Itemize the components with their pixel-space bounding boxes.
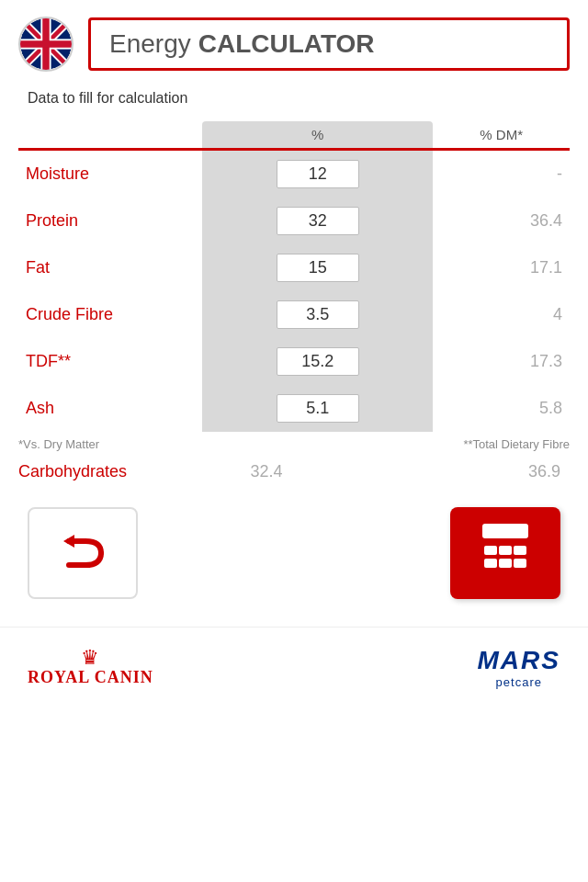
table-row: Fat17.1	[18, 244, 570, 291]
row-dm-value: 5.8	[433, 385, 570, 432]
carbohydrates-row: Carbohydrates 32.4 36.9	[0, 458, 588, 494]
app-header: Energy CALCULATOR	[0, 0, 588, 81]
row-pct-cell[interactable]	[202, 291, 433, 338]
svg-rect-12	[482, 524, 528, 538]
data-table-wrapper: % % DM* Moisture-Protein36.4Fat17.1Crude…	[0, 121, 588, 432]
svg-rect-17	[499, 559, 512, 568]
row-pct-cell[interactable]	[202, 198, 433, 244]
vs-dry-note: *Vs. Dry Matter	[18, 437, 99, 451]
row-pct-cell[interactable]	[202, 338, 433, 385]
svg-rect-13	[484, 546, 497, 555]
carb-label: Carbohydrates	[18, 462, 202, 481]
table-row: TDF**17.3	[18, 338, 570, 385]
action-buttons	[0, 494, 588, 617]
mars-sub-text: petcare	[496, 675, 542, 689]
back-arrow-icon	[51, 530, 115, 576]
table-row: Crude Fibre4	[18, 291, 570, 338]
tdf-note: **Total Dietary Fibre	[463, 437, 570, 451]
row-label: Crude Fibre	[18, 291, 202, 338]
dm-col-header: % DM*	[433, 121, 570, 148]
pct-input[interactable]	[277, 300, 359, 329]
svg-rect-14	[499, 546, 512, 555]
svg-rect-18	[514, 559, 526, 568]
calculator-icon	[473, 516, 537, 590]
pct-col-header: %	[202, 121, 433, 148]
table-row: Protein36.4	[18, 198, 570, 244]
royal-canin-logo: ♛ ROYAL CANIN	[28, 648, 153, 687]
svg-rect-16	[484, 559, 497, 568]
table-header-row: % % DM*	[18, 121, 570, 148]
subtitle: Data to fill for calculation	[0, 81, 588, 121]
row-pct-cell[interactable]	[202, 385, 433, 432]
row-dm-value: -	[433, 151, 570, 198]
back-button[interactable]	[28, 507, 138, 599]
row-label: Ash	[18, 385, 202, 432]
footer-logos: ♛ ROYAL CANIN MARS petcare	[0, 627, 588, 707]
row-dm-value: 36.4	[433, 198, 570, 244]
row-pct-cell[interactable]	[202, 244, 433, 291]
mars-text: MARS	[478, 646, 560, 675]
table-row: Ash5.8	[18, 385, 570, 432]
flag-icon	[18, 17, 74, 72]
label-col-header	[18, 121, 202, 148]
title-calculator: CALCULATOR	[198, 29, 375, 59]
row-label: Fat	[18, 244, 202, 291]
pct-input[interactable]	[277, 347, 359, 376]
row-dm-value: 17.3	[433, 338, 570, 385]
row-dm-value: 17.1	[433, 244, 570, 291]
carb-dm: 36.9	[331, 462, 570, 481]
pct-input[interactable]	[277, 254, 359, 282]
svg-rect-15	[514, 546, 526, 555]
row-label: Protein	[18, 198, 202, 244]
svg-marker-11	[63, 535, 74, 548]
crown-icon: ♛	[81, 648, 99, 668]
pct-input[interactable]	[277, 207, 359, 235]
title-energy: Energy	[109, 29, 191, 59]
row-dm-value: 4	[433, 291, 570, 338]
row-pct-cell[interactable]	[202, 151, 433, 198]
row-label: TDF**	[18, 338, 202, 385]
table-row: Moisture-	[18, 151, 570, 198]
pct-input[interactable]	[277, 160, 359, 188]
calc-table: % % DM* Moisture-Protein36.4Fat17.1Crude…	[18, 121, 570, 432]
title-box: Energy CALCULATOR	[88, 17, 570, 71]
row-label: Moisture	[18, 151, 202, 198]
svg-rect-8	[20, 40, 72, 47]
mars-logo: MARS petcare	[478, 646, 560, 689]
footnotes: *Vs. Dry Matter **Total Dietary Fibre	[0, 432, 588, 458]
royal-canin-text: ROYAL CANIN	[28, 668, 153, 687]
calculate-button[interactable]	[450, 507, 560, 599]
pct-input[interactable]	[277, 394, 359, 423]
carb-pct: 32.4	[202, 462, 331, 481]
